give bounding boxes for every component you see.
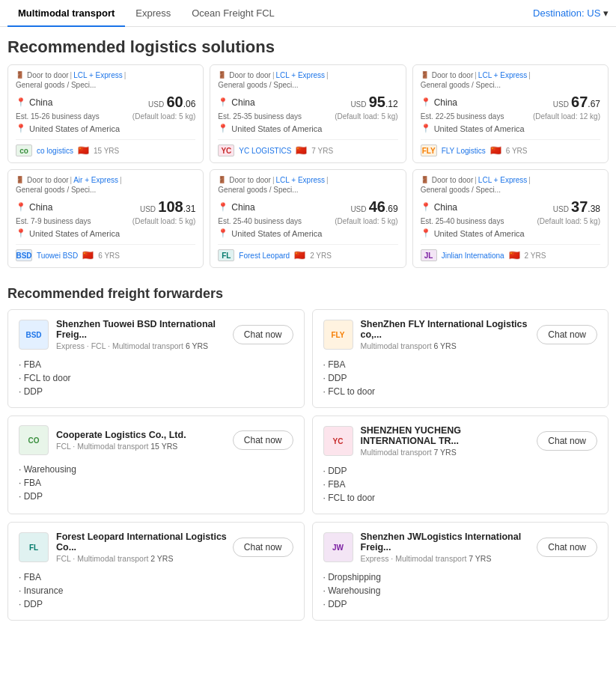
service-item: · DDP <box>323 371 598 385</box>
forwarder-info-6: Shenzhen JWLogistics International Freig… <box>361 532 537 563</box>
forwarders-grid: BSD Shenzhen Tuowei BSD International Fr… <box>0 309 616 633</box>
card-footer-2: YC YC LOGISTICS 🇨🇳 7 YRS <box>218 139 397 156</box>
service-item: · FBA <box>19 570 293 584</box>
service-item: · DDP <box>323 597 598 611</box>
forwarders-section-title: Recommended freight forwarders <box>0 280 616 309</box>
forwarder-logo-2: FLY <box>323 320 353 350</box>
service-item: · DDP <box>323 464 598 478</box>
forwarder-info-4: SHENZHEN YUCHENG INTERNATIONAL TR... Mul… <box>361 425 537 457</box>
forwarder-tags-4: Multimodal transport 7 YRS <box>361 448 537 457</box>
chat-button-6[interactable]: Chat now <box>537 538 597 557</box>
destination-label: Destination: <box>533 7 585 19</box>
forwarder-header-3: CO Cooperate Logistics Co., Ltd. FCL · M… <box>19 425 293 455</box>
company-logo-6: JL <box>421 249 437 261</box>
service-item: · DDP <box>19 385 293 398</box>
forwarder-card-4: YC SHENZHEN YUCHENG INTERNATIONAL TR... … <box>312 415 609 514</box>
service-item: · Dropshipping <box>323 570 598 584</box>
card-footer-1: co co logistics 🇨🇳 15 YRS <box>16 139 195 156</box>
forwarder-name-5: Forest Leopard International Logistics C… <box>56 532 233 553</box>
forwarder-info-3: Cooperate Logistics Co., Ltd. FCL · Mult… <box>56 430 233 451</box>
service-item: · FCL to door <box>323 491 598 505</box>
forwarder-card-6: JW Shenzhen JWLogistics International Fr… <box>312 522 609 621</box>
forwarder-services-3: · Warehousing · FBA · DDP <box>19 463 293 503</box>
service-item: · FBA <box>19 476 293 490</box>
forwarder-info-2: ShenZhen FLY International Logistics co,… <box>361 319 537 350</box>
chat-button-5[interactable]: Chat now <box>233 538 293 557</box>
forwarder-logo-3: CO <box>19 425 49 455</box>
destination-selector[interactable]: Destination: US ▾ <box>533 7 609 19</box>
card-header-2: 🚪 Door to door | LCL + Express | General… <box>218 71 397 89</box>
forwarder-card-2: FLY ShenZhen FLY International Logistics… <box>312 309 609 408</box>
service-item: · DDP <box>19 490 293 503</box>
forwarder-services-2: · FBA · DDP · FCL to door <box>323 358 598 398</box>
forwarder-tags-5: FCL · Multimodal transport 2 YRS <box>56 554 233 563</box>
logistics-cards-grid: 🚪 Door to door | LCL + Express | General… <box>0 64 616 280</box>
service-item: · Warehousing <box>323 584 598 597</box>
forwarder-logo-6: JW <box>323 532 353 562</box>
card-footer-5: FL Forest Leopard 🇨🇳 2 YRS <box>218 244 397 261</box>
service-item: · FCL to door <box>19 371 293 385</box>
chat-button-1[interactable]: Chat now <box>233 325 293 344</box>
forwarder-services-6: · Dropshipping · Warehousing · DDP <box>323 570 598 611</box>
forwarder-header-2: FLY ShenZhen FLY International Logistics… <box>323 319 598 350</box>
nav-ocean[interactable]: Ocean Freight FCL <box>181 0 285 27</box>
service-item: · FBA <box>19 358 293 371</box>
forwarder-name-4: SHENZHEN YUCHENG INTERNATIONAL TR... <box>361 425 537 446</box>
nav-express[interactable]: Express <box>125 0 181 27</box>
card-header-3: 🚪 Door to door | LCL + Express | General… <box>421 71 600 89</box>
forwarder-logo-1: BSD <box>19 320 49 350</box>
service-item: · FBA <box>323 358 598 371</box>
card-footer-3: FLY FLY Logistics 🇨🇳 6 YRS <box>421 139 600 156</box>
company-logo-4: BSD <box>16 249 32 261</box>
logistics-card-3[interactable]: 🚪 Door to door | LCL + Express | General… <box>412 64 609 163</box>
forwarder-name-2: ShenZhen FLY International Logistics co,… <box>361 319 537 340</box>
card-route-5: 📍China USD 46.69 Est. 25-40 business day… <box>218 198 397 238</box>
card-route-1: 📍China USD 60.06 Est. 15-26 business day… <box>16 94 195 133</box>
forwarder-tags-6: Express · Multimodal transport 7 YRS <box>361 554 537 563</box>
company-logo-1: co <box>16 144 32 156</box>
forwarder-name-1: Shenzhen Tuowei BSD International Freig.… <box>56 319 233 340</box>
destination-value[interactable]: US <box>587 7 600 19</box>
card-footer-4: BSD Tuowei BSD 🇨🇳 6 YRS <box>16 244 195 261</box>
forwarder-name-3: Cooperate Logistics Co., Ltd. <box>56 430 233 440</box>
logistics-card-1[interactable]: 🚪 Door to door | LCL + Express | General… <box>7 64 204 163</box>
service-item: · FCL to door <box>323 385 598 398</box>
forwarder-header-4: YC SHENZHEN YUCHENG INTERNATIONAL TR... … <box>323 425 598 457</box>
forwarder-logo-5: FL <box>19 532 49 562</box>
forwarder-header-6: JW Shenzhen JWLogistics International Fr… <box>323 532 598 563</box>
service-item: · Warehousing <box>19 463 293 476</box>
logistics-card-5[interactable]: 🚪 Door to door | LCL + Express | General… <box>210 169 406 268</box>
chat-button-2[interactable]: Chat now <box>537 325 597 344</box>
forwarder-header-5: FL Forest Leopard International Logistic… <box>19 532 293 563</box>
card-header-6: 🚪 Door to door | LCL + Express | General… <box>421 176 600 194</box>
forwarder-tags-3: FCL · Multimodal transport 15 YRS <box>56 442 233 451</box>
forwarder-info-1: Shenzhen Tuowei BSD International Freig.… <box>56 319 233 350</box>
card-route-6: 📍China USD 37.38 Est. 25-40 business day… <box>421 198 600 238</box>
page-title: Recommended logistics solutions <box>0 27 616 64</box>
forwarder-services-4: · DDP · FBA · FCL to door <box>323 464 598 505</box>
service-item: · DDP <box>19 597 293 611</box>
card-route-3: 📍China USD 67.67 Est. 22-25 business day… <box>421 94 600 133</box>
company-logo-5: FL <box>218 249 234 261</box>
door-icon: 🚪 <box>16 71 24 79</box>
forwarder-services-1: · FBA · FCL to door · DDP <box>19 358 293 398</box>
card-header-5: 🚪 Door to door | LCL + Express | General… <box>218 176 397 194</box>
forwarder-tags-2: Multimodal transport 6 YRS <box>361 341 537 350</box>
forwarder-tags-1: Express · FCL · Multimodal transport 6 Y… <box>56 341 233 350</box>
forwarder-name-6: Shenzhen JWLogistics International Freig… <box>361 532 537 553</box>
forwarder-services-5: · FBA · Insurance · DDP <box>19 570 293 611</box>
top-navigation: Multimodal transport Express Ocean Freig… <box>0 0 616 27</box>
service-item: · Insurance <box>19 584 293 597</box>
logistics-card-2[interactable]: 🚪 Door to door | LCL + Express | General… <box>210 64 406 163</box>
card-header-1: 🚪 Door to door | LCL + Express | General… <box>16 71 195 89</box>
logistics-card-4[interactable]: 🚪 Door to door | Air + Express | General… <box>7 169 204 268</box>
forwarder-card-5: FL Forest Leopard International Logistic… <box>7 522 305 621</box>
company-logo-3: FLY <box>421 144 437 156</box>
forwarder-info-5: Forest Leopard International Logistics C… <box>56 532 233 563</box>
nav-multimodal[interactable]: Multimodal transport <box>7 0 125 27</box>
company-logo-2: YC <box>218 144 234 156</box>
chat-button-3[interactable]: Chat now <box>233 430 293 450</box>
chat-button-4[interactable]: Chat now <box>537 431 597 451</box>
forwarder-card-1: BSD Shenzhen Tuowei BSD International Fr… <box>7 309 305 408</box>
logistics-card-6[interactable]: 🚪 Door to door | LCL + Express | General… <box>412 169 609 268</box>
